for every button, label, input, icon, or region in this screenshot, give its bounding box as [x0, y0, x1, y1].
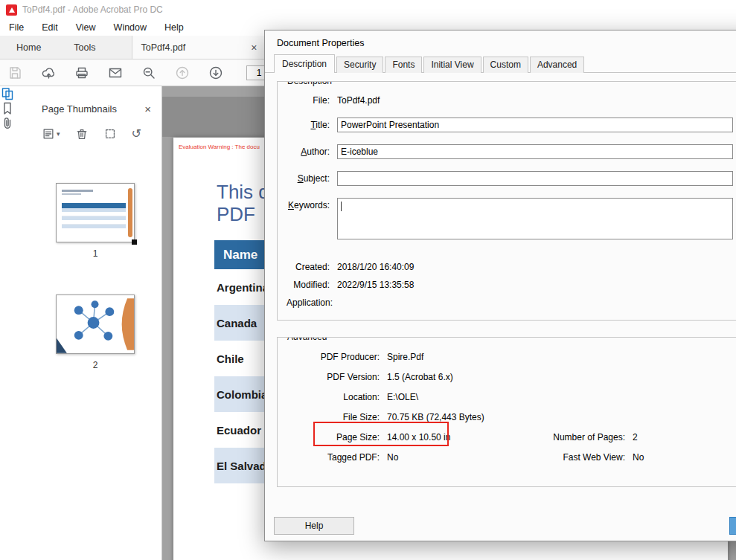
- document-properties-dialog: Document Properties Description Security…: [264, 30, 736, 541]
- application-row: Application:: [287, 297, 733, 308]
- title-label: Title:: [287, 120, 330, 130]
- page-number-label: 2: [56, 360, 135, 370]
- tab-advanced[interactable]: Advanced: [530, 57, 584, 73]
- tab-document[interactable]: ToPdf4.pdf ×: [132, 36, 269, 59]
- author-field[interactable]: [337, 144, 733, 159]
- advanced-group: Advanced PDF Producer: Spire.Pdf PDF Ver…: [277, 337, 736, 487]
- tab-security[interactable]: Security: [336, 57, 383, 73]
- crop-pages-icon[interactable]: [103, 127, 117, 141]
- panel-title: Page Thumbnails: [42, 103, 117, 115]
- next-page-icon[interactable]: [208, 65, 223, 80]
- author-row: Author:: [287, 144, 733, 159]
- pdf-producer-value: Spire.Pdf: [387, 352, 423, 362]
- tab-home[interactable]: Home: [0, 36, 57, 59]
- menu-file[interactable]: File: [0, 22, 33, 33]
- panel-close-icon[interactable]: ×: [144, 103, 151, 115]
- page-size-label: Page Size:: [287, 432, 380, 442]
- created-row: Created: 2018/1/20 16:40:09: [287, 262, 733, 272]
- file-size-value: 70.75 KB (72,443 Bytes): [387, 412, 484, 422]
- modified-label: Modified:: [287, 280, 330, 290]
- number-of-pages-label: Number of Pages:: [513, 432, 625, 442]
- file-label: File:: [287, 95, 330, 106]
- email-icon[interactable]: [108, 65, 123, 80]
- thumb1-accent-shape: [128, 188, 132, 237]
- text-caret: [341, 202, 342, 211]
- keywords-label: Keywords:: [287, 200, 330, 210]
- description-group: Description File: ToPdf4.pdf Title: Auth…: [277, 81, 736, 321]
- attachments-paperclip-icon[interactable]: [0, 116, 28, 131]
- tab-document-label: ToPdf4.pdf: [141, 42, 186, 53]
- delete-pages-trash-icon[interactable]: [75, 127, 89, 141]
- page-thumbnail-1[interactable]: [56, 183, 135, 242]
- dialog-title: Document Properties: [265, 30, 736, 56]
- thumb1-table: [62, 203, 126, 228]
- pdf-version-value: 1.5 (Acrobat 6.x): [387, 372, 453, 382]
- keywords-field[interactable]: [337, 198, 733, 239]
- pdf-version-label: PDF Version:: [287, 372, 380, 382]
- menu-edit[interactable]: Edit: [33, 22, 67, 33]
- application-label: Application:: [287, 297, 330, 308]
- window-title: ToPdf4.pdf - Adobe Acrobat Pro DC: [22, 4, 163, 15]
- menu-window[interactable]: Window: [105, 22, 156, 33]
- page-heading: This d PDF: [217, 181, 269, 225]
- keywords-row: Keywords:: [287, 198, 733, 239]
- tab-close-icon[interactable]: ×: [249, 42, 258, 54]
- bookmarks-icon[interactable]: [0, 101, 28, 116]
- tab-description[interactable]: Description: [274, 54, 335, 73]
- subject-field[interactable]: [337, 171, 733, 186]
- zoom-out-icon[interactable]: [141, 65, 156, 80]
- chevron-down-icon: ▾: [57, 130, 60, 138]
- tab-fonts[interactable]: Fonts: [385, 57, 422, 73]
- title-field[interactable]: [337, 118, 733, 132]
- page-thumbnails-icon[interactable]: [0, 86, 28, 101]
- ok-button[interactable]: OK: [729, 517, 736, 535]
- title-bar: ToPdf4.pdf - Adobe Acrobat Pro DC: [0, 0, 736, 19]
- file-size-label: File Size:: [287, 412, 380, 422]
- title-row: Title:: [287, 118, 733, 132]
- acrobat-app-icon: [6, 4, 17, 16]
- navigation-rail: [0, 86, 28, 560]
- previous-page-icon[interactable]: [175, 65, 190, 80]
- panel-header: Page Thumbnails ×: [42, 103, 151, 115]
- file-row: File: ToPdf4.pdf: [287, 95, 733, 106]
- tagged-pdf-value: No: [387, 452, 398, 463]
- page-thumbnail-2[interactable]: [56, 295, 135, 354]
- tab-initial-view[interactable]: Initial View: [423, 57, 481, 73]
- advanced-group-legend: Advanced: [284, 337, 330, 342]
- pdf-producer-row: PDF Producer: Spire.Pdf: [287, 351, 733, 363]
- panel-toolbar: ▾ ↺: [42, 127, 161, 141]
- modified-row: Modified: 2022/9/15 13:35:58: [287, 280, 733, 290]
- created-value: 2018/1/20 16:40:09: [337, 262, 414, 272]
- subject-label: Subject:: [287, 173, 330, 184]
- menu-view[interactable]: View: [67, 22, 105, 33]
- created-label: Created:: [287, 262, 330, 272]
- file-value: ToPdf4.pdf: [337, 95, 380, 106]
- tab-custom[interactable]: Custom: [483, 57, 528, 73]
- save-icon[interactable]: [7, 65, 22, 80]
- location-row: Location: E:\OLE\: [287, 391, 733, 403]
- fast-web-view-value: No: [633, 452, 644, 463]
- evaluation-warning-text: Evaluation Warning : The docu: [179, 144, 260, 150]
- share-cloud-upload-icon[interactable]: [41, 65, 56, 80]
- description-group-legend: Description: [284, 81, 336, 86]
- rotate-ccw-icon[interactable]: ↺: [132, 127, 141, 141]
- help-button[interactable]: Help: [274, 517, 354, 535]
- thumbnail-options-icon[interactable]: ▾: [42, 127, 60, 141]
- location-label: Location:: [287, 392, 380, 402]
- tagged-pdf-label: Tagged PDF:: [287, 452, 380, 463]
- thumb1-text-line: [62, 193, 81, 195]
- number-of-pages-value: 2: [633, 432, 638, 442]
- file-size-row: File Size: 70.75 KB (72,443 Bytes): [287, 411, 733, 423]
- print-icon[interactable]: [74, 65, 89, 80]
- author-label: Author:: [287, 147, 330, 157]
- heading-line-1: This d: [217, 181, 269, 203]
- tab-tools[interactable]: Tools: [57, 36, 112, 59]
- tagged-pdf-row: Tagged PDF: No Fast Web View: No: [287, 451, 733, 463]
- acrobat-window: ToPdf4.pdf - Adobe Acrobat Pro DC File E…: [0, 0, 736, 560]
- menu-help[interactable]: Help: [156, 22, 193, 33]
- thumb1-selection-handle[interactable]: [132, 239, 137, 245]
- pdf-version-row: PDF Version: 1.5 (Acrobat 6.x): [287, 371, 733, 383]
- thumb2-diagram: [57, 295, 134, 353]
- pdf-producer-label: PDF Producer:: [287, 352, 380, 362]
- dialog-tab-strip: Description Security Fonts Initial View …: [265, 56, 736, 73]
